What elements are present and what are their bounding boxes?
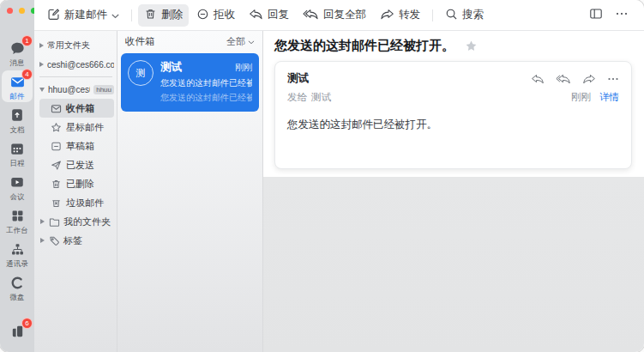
message-preview-2: 您发送的这封邮件已经被打开。 bbox=[160, 92, 252, 104]
recipient-name: 测试 bbox=[311, 91, 331, 104]
forward-button[interactable]: 转发 bbox=[374, 4, 426, 26]
chevron-down-icon bbox=[39, 88, 45, 92]
trash-icon bbox=[144, 8, 157, 23]
mail-icon: 4 bbox=[9, 73, 26, 90]
rail-item-docs[interactable]: 文档 bbox=[2, 104, 33, 136]
main-region: 新建邮件 删除 拒收 bbox=[34, 0, 644, 352]
inbox-envelope-icon bbox=[50, 102, 62, 114]
message-list-header: 收件箱 全部 bbox=[117, 31, 262, 52]
window-controls bbox=[0, 0, 37, 14]
document-icon bbox=[9, 106, 26, 124]
layout-panel-icon bbox=[589, 7, 603, 24]
reply-button[interactable] bbox=[531, 74, 545, 84]
mail-app-window: 1 消息 4 邮件 文档 日程 bbox=[0, 0, 644, 352]
reply-all-button[interactable] bbox=[556, 74, 571, 84]
chevron-right-icon bbox=[39, 62, 44, 67]
content-area: 常用文件夹 ceshi@ces666.com hhuu@ces666... hh… bbox=[34, 31, 644, 352]
rail-item-drive[interactable]: 微盘 bbox=[2, 271, 33, 303]
grid-apps-icon bbox=[9, 207, 26, 224]
reject-button[interactable]: 拒收 bbox=[190, 4, 241, 27]
trash-icon bbox=[50, 178, 62, 190]
reply-all-arrow-icon bbox=[303, 9, 319, 22]
chevron-right-icon bbox=[40, 238, 45, 243]
paper-plane-icon bbox=[50, 159, 62, 171]
folder-drafts[interactable]: 草稿箱 bbox=[39, 137, 114, 155]
message-item-main: 测试 刚刚 您发送的这封邮件已经被打开。 您发送的这封邮件已经被打开。 bbox=[160, 60, 252, 104]
forward-arrow-icon bbox=[380, 9, 394, 22]
chevron-right-icon bbox=[39, 43, 44, 48]
email-time: 刚刚 bbox=[571, 91, 591, 104]
toolbar: 新建邮件 删除 拒收 bbox=[34, 0, 644, 31]
forward-button[interactable] bbox=[582, 74, 596, 84]
rail-item-messages[interactable]: 1 消息 bbox=[2, 37, 33, 69]
filter-dropdown[interactable]: 全部 bbox=[226, 35, 255, 48]
section-account-hhuu[interactable]: hhuu@ces666... hhuu bbox=[39, 80, 114, 99]
message-time: 刚刚 bbox=[235, 62, 252, 74]
compose-button[interactable]: 新建邮件 bbox=[41, 4, 125, 27]
folder-inbox[interactable]: 收件箱 bbox=[39, 99, 114, 118]
divider bbox=[39, 76, 112, 77]
toolbar-separator bbox=[432, 9, 433, 21]
stacked-apps-icon: 6 bbox=[9, 322, 26, 339]
message-preview-1: 您发送的这封邮件已经被打开。 bbox=[160, 77, 252, 89]
email-sender: 测试 bbox=[287, 71, 309, 86]
email-body: 您发送的这封邮件已经被打开。 bbox=[287, 118, 619, 132]
messages-badge: 1 bbox=[21, 35, 33, 46]
rail-item-more-apps[interactable]: 6 bbox=[9, 322, 26, 339]
message-sender: 测试 bbox=[160, 60, 182, 75]
message-list-item-selected[interactable]: 测 测试 刚刚 您发送的这封邮件已经被打开。 您发送的这封邮件已经被打开。 bbox=[121, 53, 259, 112]
video-meeting-icon bbox=[9, 173, 26, 191]
rail-item-contacts[interactable]: 通讯录 bbox=[2, 238, 33, 270]
star-outline-icon bbox=[50, 121, 62, 133]
chevron-down-icon bbox=[248, 36, 255, 46]
app-rail: 1 消息 4 邮件 文档 日程 bbox=[0, 0, 34, 352]
layout-toggle-button[interactable] bbox=[584, 3, 608, 27]
more-options-button[interactable] bbox=[610, 3, 634, 27]
folder-starred[interactable]: 星标邮件 bbox=[39, 118, 114, 137]
rail-item-mail[interactable]: 4 邮件 bbox=[2, 70, 33, 102]
reply-arrow-icon bbox=[249, 9, 263, 22]
search-icon bbox=[445, 8, 458, 23]
to-label: 发给 bbox=[287, 91, 307, 104]
chat-bubble-icon: 1 bbox=[9, 39, 26, 57]
email-actions bbox=[531, 74, 619, 84]
more-options-button[interactable] bbox=[607, 74, 619, 84]
rail-nav: 1 消息 4 邮件 文档 日程 bbox=[2, 37, 33, 303]
account-tag: hhuu bbox=[93, 85, 114, 94]
reading-pane-background bbox=[263, 177, 644, 352]
rail-item-meeting[interactable]: 会议 bbox=[2, 171, 33, 203]
email-subject: 您发送的这封邮件已经被打开。 bbox=[274, 38, 454, 54]
section-common-folders[interactable]: 常用文件夹 bbox=[39, 36, 114, 55]
folder-sidebar: 常用文件夹 ceshi@ces666.com hhuu@ces666... hh… bbox=[34, 31, 117, 352]
chevron-down-icon bbox=[111, 9, 119, 21]
org-contacts-icon bbox=[9, 240, 26, 258]
folder-icon bbox=[48, 215, 60, 228]
delete-button[interactable]: 删除 bbox=[138, 4, 189, 27]
reply-all-button[interactable]: 回复全部 bbox=[297, 4, 372, 26]
folder-my-folders[interactable]: 我的文件夹 bbox=[39, 212, 114, 231]
search-button[interactable]: 搜索 bbox=[439, 4, 490, 27]
email-recipients: 发给 测试 bbox=[287, 91, 331, 104]
reading-pane: 您发送的这封邮件已经被打开。 测试 bbox=[263, 31, 644, 352]
email-card: 测试 bbox=[274, 61, 632, 169]
star-subject-button[interactable] bbox=[465, 39, 478, 52]
folder-junk[interactable]: 垃圾邮件 bbox=[39, 193, 114, 212]
section-account-ceshi[interactable]: ceshi@ces666.com bbox=[39, 55, 114, 74]
details-link[interactable]: 详情 bbox=[599, 91, 619, 104]
reading-pane-top: 您发送的这封邮件已经被打开。 测试 bbox=[263, 31, 644, 177]
compose-icon bbox=[47, 8, 60, 23]
folder-deleted[interactable]: 已删除 bbox=[39, 174, 114, 193]
ellipsis-icon bbox=[615, 7, 629, 24]
folder-sent[interactable]: 已发送 bbox=[39, 155, 114, 174]
drive-disk-icon bbox=[9, 274, 26, 291]
reply-button[interactable]: 回复 bbox=[243, 4, 295, 26]
rail-item-schedule[interactable]: 日程 bbox=[2, 137, 33, 169]
close-window-button[interactable] bbox=[7, 8, 13, 14]
mail-badge: 4 bbox=[21, 69, 33, 80]
minimize-window-button[interactable] bbox=[19, 8, 25, 14]
message-list: 收件箱 全部 测 测试 刚刚 您发送的这 bbox=[117, 31, 263, 352]
draft-note-icon bbox=[50, 140, 62, 152]
rail-item-workbench[interactable]: 工作台 bbox=[2, 204, 33, 236]
folder-tags[interactable]: 标签 bbox=[39, 231, 114, 250]
tag-icon bbox=[48, 234, 60, 246]
